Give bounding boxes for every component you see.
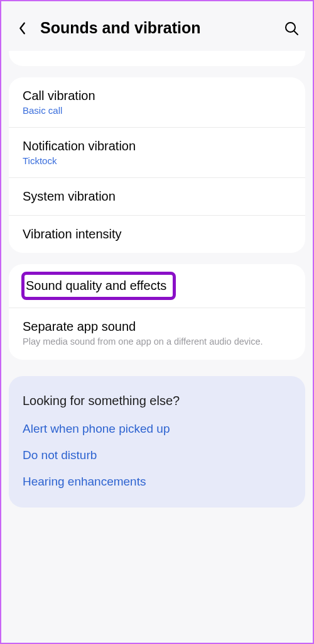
row-title: Vibration intensity xyxy=(23,227,291,242)
link-do-not-disturb[interactable]: Do not disturb xyxy=(23,448,291,462)
vibration-intensity-row[interactable]: Vibration intensity xyxy=(9,215,305,253)
system-vibration-row[interactable]: System vibration xyxy=(9,177,305,215)
row-description: Play media sound from one app on a diffe… xyxy=(23,336,291,348)
row-title: Call vibration xyxy=(23,89,291,103)
highlight-annotation: Sound quality and effects xyxy=(21,272,176,300)
row-title: Notification vibration xyxy=(23,139,291,153)
notification-vibration-row[interactable]: Notification vibration Ticktock xyxy=(9,127,305,177)
svg-line-1 xyxy=(294,31,298,35)
call-vibration-row[interactable]: Call vibration Basic call xyxy=(9,77,305,127)
row-title: System vibration xyxy=(23,189,291,204)
separate-app-sound-row[interactable]: Separate app sound Play media sound from… xyxy=(9,308,305,360)
page-title: Sounds and vibration xyxy=(40,19,274,37)
related-links-card: Looking for something else? Alert when p… xyxy=(9,376,305,508)
search-icon[interactable] xyxy=(283,19,300,37)
row-title: Separate app sound xyxy=(23,319,291,334)
row-title: Sound quality and effects xyxy=(26,279,166,292)
sound-quality-row[interactable]: Sound quality and effects xyxy=(9,264,305,308)
header: Sounds and vibration xyxy=(1,1,313,51)
link-alert-phone-picked-up[interactable]: Alert when phone picked up xyxy=(23,422,291,436)
top-card-edge xyxy=(9,51,305,66)
link-hearing-enhancements[interactable]: Hearing enhancements xyxy=(23,475,291,489)
vibration-settings-card: Call vibration Basic call Notification v… xyxy=(9,77,305,253)
row-subtitle: Ticktock xyxy=(23,155,291,166)
row-subtitle: Basic call xyxy=(23,105,291,116)
info-title: Looking for something else? xyxy=(23,394,291,408)
back-icon[interactable] xyxy=(14,19,31,37)
sound-settings-card: Sound quality and effects Separate app s… xyxy=(9,264,305,360)
